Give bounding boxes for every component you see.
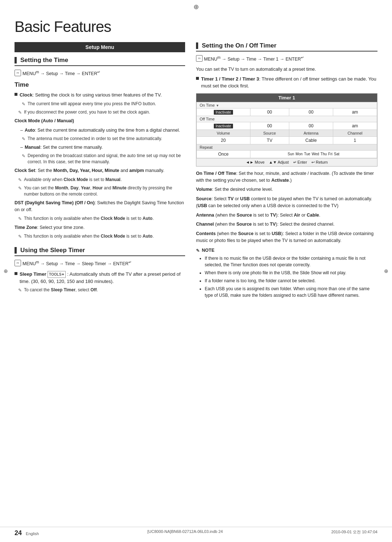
on-off-timer-title: Setting the On / Off Timer xyxy=(196,42,377,52)
clock-set-note2: ✎ You can set the Month, Day, Year, Hour… xyxy=(18,185,185,198)
footer-left: 24 English xyxy=(15,529,39,537)
pencil-icon: ✎ xyxy=(18,287,22,293)
bullet-icon xyxy=(15,93,17,96)
page-footer: 24 English [UC8000-NA]BN68-02712A-06L03.… xyxy=(0,527,392,537)
day-sun: Sun xyxy=(288,152,294,156)
menu-icon: m xyxy=(15,70,21,76)
setting-time-title: Setting the Time xyxy=(15,57,185,66)
repeat-value-cell: Once xyxy=(197,150,250,158)
setting-time-menu-path: m MENUm → Setup → Time → ENTER↵ xyxy=(15,70,185,76)
pencil-icon: ✎ xyxy=(18,185,22,198)
nav-move: ◄► Move xyxy=(246,160,265,165)
timezone-note: ✎ This function is only available when t… xyxy=(18,233,185,240)
note-box: ✎ NOTE If there is no music file on the … xyxy=(196,248,377,299)
bullet-icon xyxy=(196,77,199,80)
auto-note: ✎ The antenna must be connected in order… xyxy=(22,136,185,142)
page-title: Basic Features xyxy=(15,18,377,36)
language-label: English xyxy=(26,531,39,536)
timer-nav-row: ◄► Move ▲▼ Adjust ↵ Enter ↩ Return xyxy=(196,158,377,166)
menu-icon: m xyxy=(15,260,21,266)
note-list: If there is no music file on the USB dev… xyxy=(205,255,377,299)
volume-label-cell: Volume xyxy=(197,130,250,136)
on-off-timer-intro: You can set the TV to turn on automatica… xyxy=(196,66,377,73)
volume-value-cell: 20 xyxy=(197,136,250,144)
channel-desc: Channel (when the Source is set to TV): … xyxy=(196,221,377,228)
on-inactivate-badge: Inactivate xyxy=(214,110,233,115)
timezone-text: Time Zone: Select your time zone. xyxy=(15,224,185,231)
title-bar-icon xyxy=(15,247,17,254)
off-hour-cell: 00 xyxy=(250,122,289,130)
timer-note-bullet: Timer 1 / Timer 2 / Timer 3: Three diffe… xyxy=(196,75,377,90)
on-hour-cell: 00 xyxy=(250,108,289,116)
day-fri: Fri xyxy=(328,152,332,156)
off-min-cell: 00 xyxy=(289,122,333,130)
on-off-time-desc: On Time / Off Time: Set the hour, minute… xyxy=(196,170,377,184)
off-inactivate-cell: Inactivate xyxy=(197,122,250,130)
disconnect-note: ✎ If you disconnect the power cord, you … xyxy=(18,109,185,116)
pencil-icon: ✎ xyxy=(18,177,22,183)
source-value-cell: TV xyxy=(250,136,289,144)
note-item-2: When there is only one photo file in the… xyxy=(205,270,377,276)
day-tue: Tue xyxy=(304,152,310,156)
day-thu: Thu xyxy=(320,152,327,156)
off-inactivate-badge: Inactivate xyxy=(214,124,233,128)
note-header: ✎ NOTE xyxy=(196,248,377,253)
source-label-cell: Source xyxy=(250,130,289,136)
setting-time-section: Setting the Time m MENUm → Setup → Time … xyxy=(15,57,185,240)
sleep-timer-bullet: Sleep Timer TOOLS✦ : Automatically shuts… xyxy=(15,271,185,285)
timer-widget: Timer 1 On Time ▼ Inactivate 00 00 a xyxy=(196,93,377,167)
on-min-cell: 00 xyxy=(289,108,333,116)
off-time-label: Off Time xyxy=(197,116,377,122)
pencil-icon: ✎ xyxy=(22,153,25,165)
sleep-timer-section: Using the Sleep Timer m MENUm → Setup → … xyxy=(15,247,185,294)
note-item-1: If there is no music file on the USB dev… xyxy=(205,255,377,268)
title-bar-icon xyxy=(196,42,198,49)
compass-left-icon: ⊕ xyxy=(4,268,8,274)
nav-return: ↩ Return xyxy=(311,160,328,165)
off-ampm-cell: am xyxy=(333,122,377,130)
channel-label-cell: Channel xyxy=(333,130,377,136)
title-bar-icon xyxy=(15,57,17,63)
day-mon: Mon xyxy=(295,152,302,156)
footer-date-info: 2010-09-01 오전 10:47:04 xyxy=(331,529,377,537)
menu-icon: m xyxy=(196,55,203,62)
note-item-4: Each USB you use is assigned its own fol… xyxy=(205,286,377,299)
days-cell: Sun Mon Tue Wed Thu Fri Sat xyxy=(250,150,377,158)
pencil-icon: ✎ xyxy=(18,216,22,222)
antenna-value-cell: Cable xyxy=(289,136,333,144)
pencil-icon: ✎ xyxy=(18,234,22,240)
nav-adjust: ▲▼ Adjust xyxy=(269,160,289,165)
setup-menu-header: Setup Menu xyxy=(15,42,185,52)
bullet-icon xyxy=(15,272,17,275)
timer-table: On Time ▼ Inactivate 00 00 am Off Time xyxy=(196,102,377,158)
clock-set-text: Clock Set: Set the Month, Day, Year, Hou… xyxy=(15,167,185,174)
repeat-label-cell: Repeat xyxy=(197,144,377,150)
day-wed: Wed xyxy=(312,152,319,156)
compass-right-icon: ⊕ xyxy=(384,268,388,274)
clock-note: ✎ The current time will appear every tim… xyxy=(22,101,185,107)
time-subtitle: Time xyxy=(15,81,185,89)
volume-desc: Volume: Set the desired volume level. xyxy=(196,186,377,193)
note-pencil-icon: ✎ xyxy=(196,248,200,253)
on-off-timer-section: Setting the On / Off Timer m MENUm → Set… xyxy=(196,42,377,299)
pencil-icon: ✎ xyxy=(22,101,25,107)
on-inactivate-cell: Inactivate xyxy=(197,108,250,116)
tools-badge: TOOLS✦ xyxy=(48,271,66,278)
sleep-timer-note: ✎ To cancel the Sleep Timer, select Off. xyxy=(18,287,185,293)
nav-enter: ↵ Enter xyxy=(293,160,307,165)
pencil-icon: ✎ xyxy=(22,136,25,142)
footer-file-info: [UC8000-NA]BN68-02712A-06L03.indb 24 xyxy=(147,529,223,537)
left-column: Setup Menu Setting the Time m MENUm → Se… xyxy=(15,42,185,300)
channel-value-cell: 1 xyxy=(333,136,377,144)
page-number: 24 xyxy=(15,529,22,537)
clock-bullet: Clock: Setting the clock is for using va… xyxy=(15,91,185,99)
on-ampm-cell: am xyxy=(333,108,377,116)
source-desc: Source: Select TV or USB content to be p… xyxy=(196,196,377,209)
dst-note: ✎ This function is only available when t… xyxy=(18,215,185,222)
compass-top-icon: ⊕ xyxy=(193,3,199,11)
manual-item: – Manual: Set the current time manually. xyxy=(20,144,185,151)
pencil-icon: ✎ xyxy=(18,110,22,116)
two-column-layout: Setup Menu Setting the Time m MENUm → Se… xyxy=(15,42,377,300)
clock-mode-title: Clock Mode (Auto / Manual) xyxy=(15,118,185,124)
dst-text: DST (Daylight Saving Time) (Off / On): S… xyxy=(15,200,185,213)
